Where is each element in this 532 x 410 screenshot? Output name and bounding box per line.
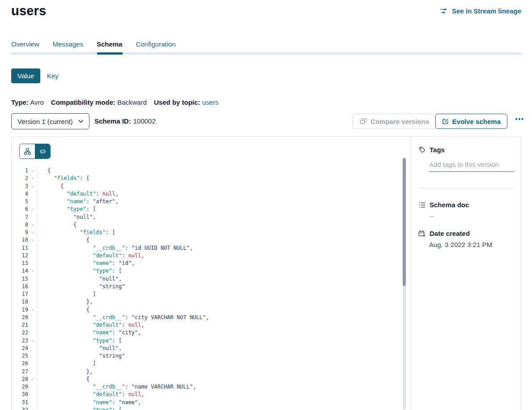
fold-arrow-icon[interactable]: ▾ (28, 175, 37, 182)
code-text: { (37, 221, 77, 229)
fold-spacer (28, 198, 37, 205)
code-text: "name": "city", (37, 329, 141, 337)
code-line: 1▾{ (12, 167, 411, 175)
fold-spacer (28, 383, 37, 391)
code-line: 2▾ "fields": [ (12, 175, 411, 182)
value-toggle-button[interactable]: Value (11, 68, 40, 83)
code-text: { (37, 376, 89, 383)
line-number: 2 (12, 175, 28, 182)
version-dropdown[interactable]: Version 1 (current) (11, 113, 89, 129)
code-text: "null", (37, 275, 122, 283)
code-line: 16 "string" (12, 283, 411, 290)
schema-meta-row: Type: Avro Compatibility mode: Backward … (11, 98, 218, 106)
editor-scrollbar-thumb[interactable] (403, 158, 406, 286)
code-line: 26 ] (12, 360, 411, 367)
tree-view-button[interactable] (20, 144, 35, 158)
line-number: 23 (12, 337, 28, 345)
editor-scrollbar-track[interactable] (403, 158, 406, 410)
fold-arrow-icon[interactable]: ▾ (28, 376, 37, 383)
topic-label: Used by topic: (154, 98, 200, 106)
topic-link[interactable]: users (202, 98, 219, 106)
line-number: 31 (12, 399, 28, 406)
line-number: 11 (12, 244, 28, 252)
code-text: "type": [ (37, 406, 122, 410)
tab-bar: Overview Messages Schema Configuration (11, 40, 176, 51)
code-line: 30 "default": null, (12, 391, 411, 398)
fold-arrow-icon[interactable]: ▾ (28, 221, 37, 229)
tags-title: Tags (430, 146, 445, 154)
tab-underline-track (11, 52, 521, 55)
code-line: 22 "name": "city", (12, 329, 411, 337)
line-number: 22 (12, 329, 28, 337)
line-number: 6 (12, 205, 28, 213)
tab-messages[interactable]: Messages (53, 40, 83, 51)
compare-versions-button[interactable]: Compare versions (353, 114, 436, 129)
add-tags-input[interactable] (429, 160, 514, 172)
fold-spacer (28, 244, 37, 252)
fold-arrow-icon[interactable]: ▾ (28, 167, 37, 175)
line-number: 27 (12, 368, 28, 376)
schema-card: 1▾{2▾ "fields": [3▾ {4 "default": null,5… (11, 137, 521, 410)
fold-spacer (28, 329, 37, 337)
fold-arrow-icon[interactable]: ▾ (28, 205, 37, 213)
line-number: 18 (12, 298, 28, 306)
evolve-schema-button[interactable]: Evolve schema (435, 114, 507, 129)
code-text: "default": null, (37, 321, 145, 329)
code-text: "__crdb__": "name VARCHAR NULL", (37, 383, 196, 391)
line-number: 29 (12, 383, 28, 391)
fold-spacer (28, 252, 37, 260)
compare-versions-label: Compare versions (370, 118, 429, 125)
code-text: { (37, 167, 51, 175)
tab-configuration[interactable]: Configuration (136, 40, 175, 51)
code-line: 13 "name": "id", (12, 260, 411, 267)
fold-arrow-icon[interactable]: ▾ (28, 229, 37, 236)
code-line: 7 "null", (12, 214, 411, 221)
code-line: 21 "default": null, (12, 321, 411, 329)
code-text: "null", (37, 214, 96, 221)
code-text: "default": null, (37, 391, 145, 398)
code-text: { (37, 236, 89, 244)
schema-doc-section-header: Schema doc (418, 201, 514, 209)
fold-arrow-icon[interactable]: ▾ (28, 406, 37, 410)
code-text: "__crdb__": "city VARCHAR NOT NULL", (37, 314, 209, 321)
fold-arrow-icon[interactable]: ▾ (28, 267, 37, 275)
code-text: "__crdb__": "id UUID NOT NULL", (37, 244, 193, 252)
line-number: 4 (12, 190, 28, 198)
fold-arrow-icon[interactable]: ▾ (28, 236, 37, 244)
line-number: 1 (12, 167, 28, 175)
fold-arrow-icon[interactable]: ▾ (28, 337, 37, 345)
code-lines: 1▾{2▾ "fields": [3▾ {4 "default": null,5… (12, 167, 411, 410)
compat-value: Backward (117, 98, 147, 106)
code-view-button[interactable] (35, 144, 50, 158)
fold-arrow-icon[interactable]: ▾ (28, 183, 37, 190)
fold-spacer (28, 399, 37, 406)
compare-versions-icon (360, 118, 367, 124)
more-actions-button[interactable]: ••• (515, 115, 524, 123)
tab-overview[interactable]: Overview (11, 40, 39, 51)
stream-lineage-link[interactable]: See in Stream lineage (440, 7, 521, 15)
code-line: 24 "null", (12, 345, 411, 352)
code-text: "default": null, (37, 190, 119, 198)
schema-id-label: Schema ID: (94, 117, 131, 125)
code-line: 12 "default": null, (12, 252, 411, 260)
line-number: 10 (12, 236, 28, 244)
key-toggle-button[interactable]: Key (47, 72, 59, 80)
line-number: 3 (12, 183, 28, 190)
code-line: 10▾ { (12, 236, 411, 244)
code-text: "string" (37, 283, 125, 290)
fold-spacer (28, 214, 37, 221)
tab-schema[interactable]: Schema (97, 40, 123, 51)
code-text: ] (37, 360, 96, 367)
chevron-down-icon (78, 120, 83, 123)
fold-arrow-icon[interactable]: ▾ (28, 306, 37, 314)
view-mode-toggle (19, 144, 51, 159)
schema-code-panel: 1▾{2▾ "fields": [3▾ {4 "default": null,5… (12, 137, 411, 410)
code-line: 23▾ "type": [ (12, 337, 411, 345)
fold-spacer (28, 290, 37, 298)
stream-lineage-label: See in Stream lineage (452, 7, 521, 15)
code-line: 20 "__crdb__": "city VARCHAR NOT NULL", (12, 314, 411, 321)
fold-spacer (28, 360, 37, 367)
schema-id-value: 100002 (133, 117, 156, 125)
date-created-section-header: Date created (418, 230, 514, 237)
code-line: 8▾ { (12, 221, 411, 229)
